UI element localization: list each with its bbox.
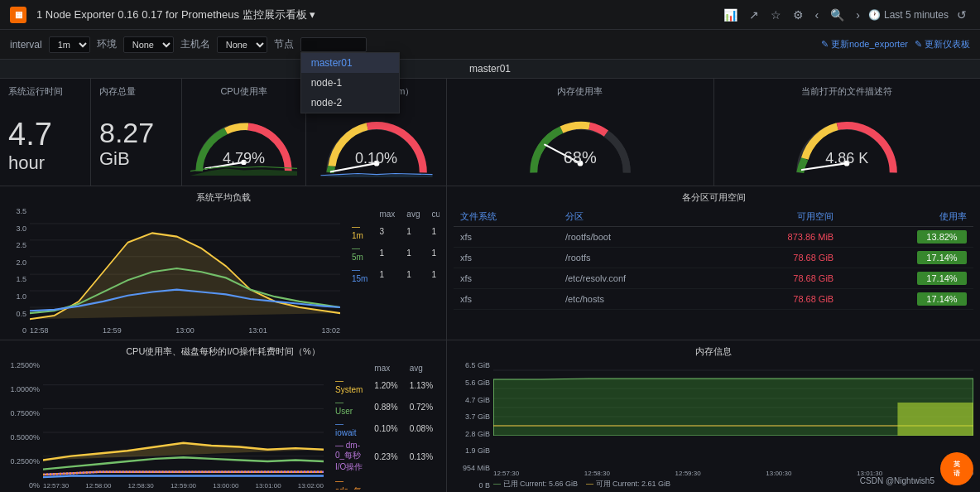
load-chart-panel: 系统平均负载 3.5 3.0 2.5 2.0 1.5 1.0 0.5 0 (0, 186, 446, 340)
partition-3: /etc/resolv.conf (559, 268, 715, 289)
memory-chart-panel: 内存信息 6.5 GiB 5.6 GiB 4.7 GiB 3.7 GiB 2.8… (447, 340, 980, 492)
interval-select[interactable]: 1m (49, 36, 90, 53)
table-row: xfs /rootfs 78.68 GiB 17.14% (454, 248, 973, 268)
node-input[interactable] (300, 37, 367, 52)
bottom-right: 各分区可用空间 文件系统 分区 可用空间 使用率 xfs /rootfs/boo… (447, 186, 980, 492)
interval-label: interval (10, 39, 42, 51)
cpu-panel: CPU使用率 4.79% (182, 79, 306, 186)
available-1: 873.86 MiB (715, 227, 841, 248)
cpu-title: CPU使用率 (190, 85, 297, 98)
env-select[interactable]: None (123, 36, 174, 53)
fs-type-3: xfs (454, 268, 559, 289)
filesystem-panel: 各分区可用空间 文件系统 分区 可用空间 使用率 xfs /rootfs/boo… (447, 186, 980, 340)
col-available: 可用空间 (715, 207, 841, 227)
file-desc-panel: 当前打开的文件描述符 4.86 K (714, 79, 981, 186)
toolbar: interval 1m 环境 None 主机名 None 节点 master01… (0, 30, 980, 60)
available-4: 78.68 GiB (715, 289, 841, 310)
header: ▦ 1 Node Exporter 0.16 0.17 for Promethe… (0, 0, 980, 30)
csdn-label: CSDN @Nightwish5 (860, 476, 934, 485)
bottom-left: 系统平均负载 3.5 3.0 2.5 2.0 1.5 1.0 0.5 0 (0, 186, 447, 492)
cpu-chart-title: CPU使用率、磁盘每秒的I/O操作耗费时间（%） (7, 345, 440, 358)
back-icon[interactable]: ‹ (812, 7, 823, 23)
memory-chart-area (493, 361, 973, 467)
forward-icon[interactable]: › (853, 7, 863, 23)
col-fs: 文件系统 (454, 207, 559, 227)
memory-usage-title: 内存使用率 (455, 85, 705, 98)
settings-icon[interactable]: ⚙ (790, 7, 807, 23)
usage-2: 17.14% (840, 248, 973, 268)
host-label: 主机名 (180, 37, 210, 51)
partition-4: /etc/hosts (559, 289, 715, 310)
usage-1: 13.82% (840, 227, 973, 248)
top-panels: 系统运行时间 4.7 hour 内存总量 8.27 GiB CPU使用率 (0, 79, 980, 186)
header-actions: 📊 ↗ ☆ ⚙ ‹ 🔍 › 🕐 Last 5 minutes ↺ (720, 7, 970, 23)
memory-total-panel: 内存总量 8.27 GiB (91, 79, 182, 186)
cpu-iowait-value: 0.10% (355, 150, 397, 167)
available-2: 78.68 GiB (715, 248, 841, 268)
uptime-panel: 系统运行时间 4.7 hour (0, 79, 91, 186)
memory-usage-panel: 内存使用率 68% (447, 79, 714, 186)
dashboard-title: 1 Node Exporter 0.16 0.17 for Prometheus… (36, 7, 710, 22)
master-bar: master01 (0, 60, 980, 79)
bottom-section: 系统平均负载 3.5 3.0 2.5 2.0 1.5 1.0 0.5 0 (0, 186, 980, 492)
share-icon[interactable]: ↗ (746, 7, 762, 23)
uptime-value: 4.7 hour (8, 118, 82, 174)
load-chart-area (30, 207, 340, 325)
time-range[interactable]: 🕐 Last 5 minutes (868, 9, 949, 21)
star-icon[interactable]: ☆ (767, 7, 785, 23)
toolbar-right: ✎ 更新node_exporter ✎ 更新仪表板 (821, 38, 970, 51)
col-partition: 分区 (559, 207, 715, 227)
col-usage: 使用率 (840, 207, 973, 227)
table-row: xfs /rootfs/boot 873.86 MiB 13.82% (454, 227, 973, 248)
uptime-title: 系统运行时间 (8, 85, 82, 98)
memory-chart-title: 内存信息 (454, 345, 973, 358)
memory-total-value: 8.27 GiB (99, 118, 173, 170)
dropdown-item-master01[interactable]: master01 (301, 53, 399, 73)
memory-usage-value: 68% (564, 148, 597, 167)
cpu-legend: maxavgcurrent — System1.20%1.13%1.18% — … (324, 361, 440, 489)
refresh-icon[interactable]: ↺ (954, 7, 970, 23)
fs-type-1: xfs (454, 227, 559, 248)
watermark: 英语 (940, 452, 973, 485)
dropdown-item-node2[interactable]: node-2 (301, 93, 399, 113)
load-chart-title: 系统平均负载 (7, 191, 440, 204)
filesystem-table: 文件系统 分区 可用空间 使用率 xfs /rootfs/boot 873.86… (454, 207, 973, 310)
partition-2: /rootfs (559, 248, 715, 268)
fs-type-4: xfs (454, 289, 559, 310)
file-desc-title: 当前打开的文件描述符 (723, 85, 973, 98)
dropdown-item-node1[interactable]: node-1 (301, 73, 399, 93)
node-label: 节点 (274, 37, 294, 51)
node-dropdown-container: master01 node-1 node-2 (300, 37, 367, 52)
file-desc-value: 4.86 K (825, 150, 868, 167)
table-row: xfs /etc/resolv.conf 78.68 GiB 17.14% (454, 268, 973, 289)
chart-icon[interactable]: 📊 (720, 7, 741, 23)
app-logo: ▦ (10, 7, 26, 23)
partition-1: /rootfs/boot (559, 227, 715, 248)
cpu-chart-panel: CPU使用率、磁盘每秒的I/O操作耗费时间（%） 1.2500% 1.0000%… (0, 340, 446, 492)
host-select[interactable]: None (217, 36, 267, 53)
filesystem-title: 各分区可用空间 (454, 191, 973, 204)
update-exporter-link[interactable]: ✎ 更新node_exporter (821, 38, 908, 51)
load-legend: maxavgcurrent — 1m 311 — 5m 111 — 15m 11… (340, 207, 440, 335)
table-row: xfs /etc/hosts 78.68 GiB 17.14% (454, 289, 973, 310)
fs-type-2: xfs (454, 248, 559, 268)
svg-rect-26 (897, 403, 973, 436)
memory-total-title: 内存总量 (99, 85, 173, 98)
update-panel-link[interactable]: ✎ 更新仪表板 (915, 38, 970, 51)
clock-icon: 🕐 (868, 9, 881, 21)
cpu-chart-area (43, 361, 324, 480)
usage-4: 17.14% (840, 289, 973, 310)
available-3: 78.68 GiB (715, 268, 841, 289)
usage-3: 17.14% (840, 268, 973, 289)
env-label: 环境 (97, 37, 117, 51)
node-dropdown-menu: master01 node-1 node-2 (300, 52, 400, 113)
cpu-value: 4.79% (223, 150, 265, 167)
search-icon[interactable]: 🔍 (827, 7, 848, 23)
